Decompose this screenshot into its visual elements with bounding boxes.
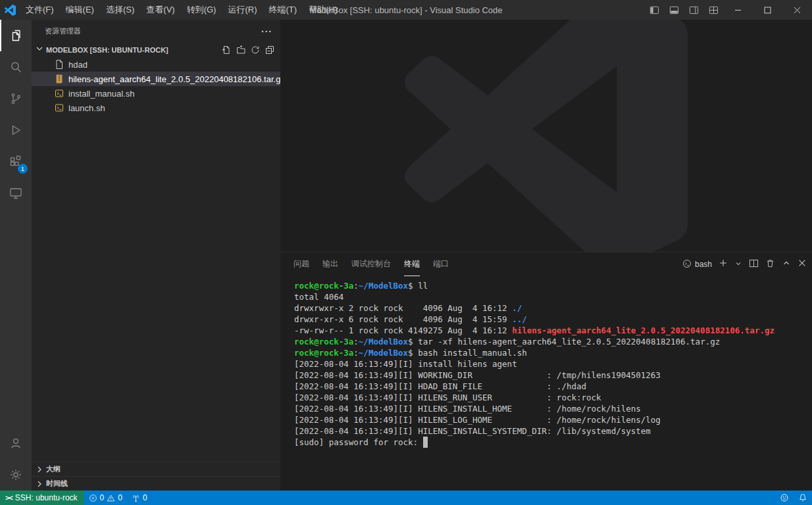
shell-picker[interactable]: bash [682,259,712,270]
panel-tab[interactable]: 端口 [433,252,449,276]
panel-tab[interactable]: 问题 [293,252,309,276]
menu-item[interactable]: 终端(T) [263,0,303,20]
panel-tab[interactable]: 调试控制台 [351,252,391,276]
new-terminal-icon[interactable] [719,258,728,270]
new-folder-icon[interactable] [236,45,246,55]
timeline-label: 时间线 [46,479,68,489]
toggle-sidebar-icon[interactable] [644,0,664,20]
file-row[interactable]: install_manual.sh [32,86,280,101]
close-panel-icon[interactable] [798,258,807,270]
refresh-icon[interactable] [250,45,261,55]
source-control-icon[interactable] [0,83,32,114]
outline-label: 大纲 [46,464,61,474]
chevron-right-icon [34,479,45,489]
extensions-badge: 1 [18,164,28,174]
minimize-icon[interactable] [723,0,753,20]
chevron-down-icon[interactable] [734,258,742,270]
file-row[interactable]: hdad [32,57,280,72]
split-terminal-icon[interactable] [749,258,759,271]
status-bar: >< SSH: ubuntu-rock 0 0 0 [0,491,812,505]
customize-layout-icon[interactable] [703,0,723,20]
file-icon [54,59,64,70]
error-icon [89,494,97,502]
file-row[interactable]: launch.sh [32,101,280,115]
close-icon[interactable] [782,0,812,20]
menu-item[interactable]: 帮助(H) [303,0,343,20]
problems-status[interactable]: 0 0 [84,491,127,505]
editor-area [280,20,812,252]
terminal-line: [2022-08-04 16:13:49][I] HILENS_INSTALL_… [294,425,805,437]
terminal-line: [2022-08-04 16:13:49][I] HILENS_RUN_USER… [294,392,805,403]
workspace-section-label: MODELBOX [SSH: UBUNTU-ROCK] [46,46,168,54]
terminal-line: rock@rock-3a:~/ModelBox$ tar -xf hilens-… [294,336,805,347]
remote-explorer-icon[interactable] [0,178,32,209]
menu-item[interactable]: 转到(G) [181,0,222,20]
remote-icon: >< [5,494,13,502]
chevron-up-icon[interactable] [782,258,791,270]
search-icon[interactable] [0,51,32,83]
activity-bar: 1 [0,20,32,491]
terminal-line: drwxr-xr-x 6 rock rock 4096 Aug 4 15:59 … [294,314,805,325]
file-name: hdad [68,60,88,70]
error-count: 0 [100,493,105,502]
toggle-panel-icon[interactable] [664,0,684,20]
menu-item[interactable]: 文件(F) [20,0,60,20]
terminal-output[interactable]: rock@rock-3a:~/ModelBox$ lltotal 4064drw… [280,276,812,491]
menu-item[interactable]: 查看(V) [140,0,180,20]
file-row[interactable]: hilens-agent_aarch64_lite_2.0.5_20220408… [32,72,280,86]
shell-icon [54,103,64,113]
file-list: hdadhilens-agent_aarch64_lite_2.0.5_2022… [32,57,280,115]
title-bar: 文件(F)编辑(E)选择(S)查看(V)转到(G)运行(R)终端(T)帮助(H)… [0,0,812,20]
bell-icon[interactable] [794,491,812,505]
outline-section-header[interactable]: 大纲 [32,462,280,476]
menu-item[interactable]: 运行(R) [222,0,263,20]
panel-tab[interactable]: 终端 [404,252,420,276]
terminal-line: rock@rock-3a:~/ModelBox$ ll [294,280,805,291]
terminal-line: [2022-08-04 16:13:49][I] HILENS_LOG_HOME… [294,414,805,425]
chevron-right-icon [34,464,45,475]
menu-item[interactable]: 编辑(E) [60,0,100,20]
settings-gear-icon[interactable] [0,459,32,491]
more-actions-icon[interactable]: ··· [261,26,272,37]
bash-terminal-icon [682,259,692,270]
remote-indicator[interactable]: >< SSH: ubuntu-rock [0,491,84,505]
ports-status[interactable]: 0 [127,491,152,505]
new-file-icon[interactable] [221,45,232,55]
vscode-watermark [405,20,688,252]
terminal-line: drwxrwxr-x 2 rock rock 4096 Aug 4 16:12 … [294,302,805,314]
collapse-all-icon[interactable] [265,45,275,55]
maximize-icon[interactable] [753,0,782,20]
panel-tab[interactable]: 输出 [322,252,338,276]
menu-bar: 文件(F)编辑(E)选择(S)查看(V)转到(G)运行(R)终端(T)帮助(H) [20,0,343,20]
terminal-line: [2022-08-04 16:13:49][I] HDAD_BIN_FILE :… [294,381,805,392]
radio-tower-icon [132,494,140,502]
terminal-line: -rw-rw-r-- 1 rock rock 4149275 Aug 4 16:… [294,325,805,336]
explorer-section-header[interactable]: MODELBOX [SSH: UBUNTU-ROCK] [32,43,280,57]
archive-icon [54,74,64,84]
trash-icon[interactable] [765,258,775,271]
feedback-icon[interactable] [775,491,794,505]
timeline-section-header[interactable]: 时间线 [32,476,280,491]
account-icon[interactable] [0,427,32,459]
explorer-sidebar: 资源管理器 ··· MODELBOX [SSH: UBUNTU-ROCK] hd… [32,20,280,491]
terminal-line: [2022-08-04 16:13:49][I] HILENS_INSTALL_… [294,403,805,414]
file-name: hilens-agent_aarch64_lite_2.0.5_20220408… [68,74,280,84]
remote-label: SSH: ubuntu-rock [15,493,78,502]
file-name: launch.sh [68,103,105,113]
terminal-line: [2022-08-04 16:13:49][I] install hilens … [294,358,805,370]
toggle-secondary-sidebar-icon[interactable] [684,0,703,20]
sidebar-title: 资源管理器 [45,26,81,36]
warning-icon [107,494,115,502]
extensions-icon[interactable]: 1 [0,146,32,178]
shell-label: bash [695,260,712,269]
vscode-window: 文件(F)编辑(E)选择(S)查看(V)转到(G)运行(R)终端(T)帮助(H)… [0,0,812,505]
terminal-cursor [423,437,428,448]
terminal-line: total 4064 [294,291,805,302]
bottom-panel: 问题输出调试控制台终端端口 bash rock@rock [280,252,812,491]
warning-count: 0 [118,493,122,502]
run-debug-icon[interactable] [0,114,32,146]
ports-count: 0 [143,493,147,502]
explorer-icon[interactable] [0,20,32,51]
terminal-line: [sudo] password for rock: [294,437,805,448]
menu-item[interactable]: 选择(S) [100,0,140,20]
